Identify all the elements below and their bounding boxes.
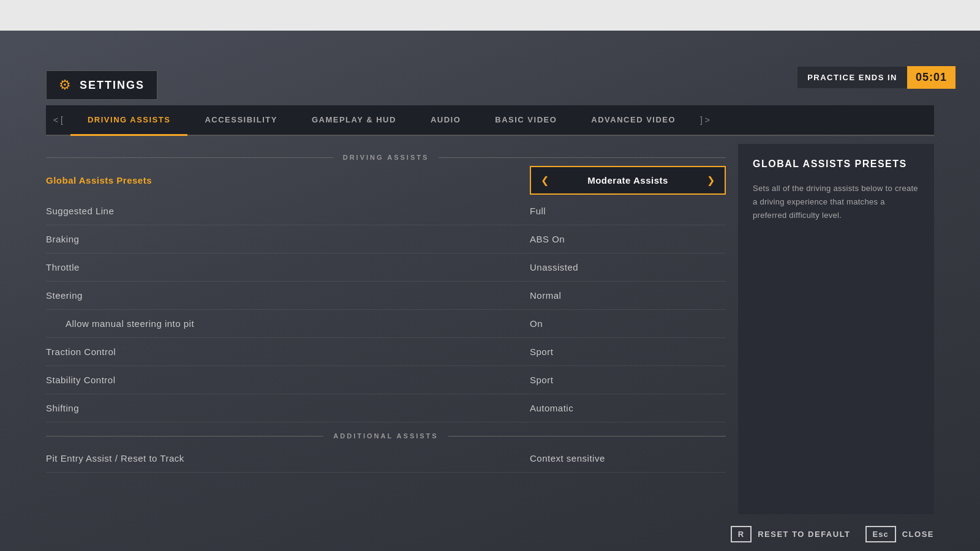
row-shifting[interactable]: ShiftingAutomatic [46,394,726,422]
row-label-shifting: Shifting [46,403,530,413]
row-value-allow-manual-steering: On [530,318,726,329]
row-value-traction-control: Sport [530,347,726,357]
row-value-stability-control: Sport [530,375,726,385]
tab-gameplay-hud[interactable]: GAMEPLAY & HUD [295,105,413,135]
row-stability-control[interactable]: Stability ControlSport [46,366,726,394]
preset-arrow-left[interactable]: ❮ [541,174,549,186]
reset-to-default-action[interactable]: R Reset To Default [731,526,851,542]
description-title: GLOBAL ASSISTS PRESETS [753,159,919,170]
top-bar [0,0,980,31]
tab-advanced-video[interactable]: ADVANCED VIDEO [574,105,693,135]
row-value-shifting: Automatic [530,403,726,413]
main-area: PRACTICE ENDS IN 05:01 ⚙ SETTINGS < [ DR… [0,31,980,551]
close-key: Esc [865,526,896,542]
row-label-stability-control: Stability Control [46,375,530,385]
driving-assists-section-label: DRIVING ASSISTS [343,154,429,161]
row-pit-entry[interactable]: Pit Entry Assist / Reset to TrackContext… [46,444,726,473]
row-braking[interactable]: BrakingABS On [46,225,726,253]
gear-icon: ⚙ [59,77,71,93]
preset-arrow-right[interactable]: ❯ [707,174,715,186]
driving-assists-section-header: DRIVING ASSISTS [46,154,726,161]
tab-basic-video[interactable]: BASIC VIDEO [478,105,574,135]
section-line-left [46,157,333,158]
tab-nav-next[interactable]: ] > [693,105,717,135]
tab-nav-prev[interactable]: < [ [46,105,70,135]
row-value-suggested-line: Full [530,206,726,216]
tab-accessibility[interactable]: ACCESSIBILITY [187,105,294,135]
settings-header: ⚙ SETTINGS [46,70,157,100]
practice-timer: 05:01 [907,66,956,89]
row-value-throttle: Unassisted [530,262,726,272]
global-assists-presets-row[interactable]: Global Assists Presets ❮ Moderate Assist… [46,166,726,195]
practice-label: PRACTICE ENDS IN [797,67,907,88]
reset-label: Reset To Default [758,530,850,539]
additional-rows-container: Pit Entry Assist / Reset to TrackContext… [46,444,726,473]
section-line-add-right [448,436,726,437]
row-label-braking: Braking [46,234,530,244]
content-area: DRIVING ASSISTS Global Assists Presets ❮… [46,144,934,514]
preset-selector[interactable]: ❮ Moderate Assists ❯ [530,166,726,195]
row-value-pit-entry: Context sensitive [530,453,726,463]
close-action[interactable]: Esc Close [865,526,934,542]
row-label-traction-control: Traction Control [46,347,530,357]
practice-badge: PRACTICE ENDS IN 05:01 [797,66,956,89]
preset-value: Moderate Assists [555,175,701,186]
row-label-allow-manual-steering: Allow manual steering into pit [46,318,530,329]
row-value-braking: ABS On [530,234,726,244]
preset-row-label: Global Assists Presets [46,167,530,194]
additional-assists-section-label: ADDITIONAL ASSISTS [333,432,438,440]
description-panel: GLOBAL ASSISTS PRESETS Sets all of the d… [738,144,934,514]
description-text: Sets all of the driving assists below to… [753,182,919,222]
tab-bar: < [ DRIVING ASSISTS ACCESSIBILITY GAMEPL… [46,105,934,136]
bottom-bar: R Reset To Default Esc Close [46,517,934,551]
tab-driving-assists[interactable]: DRIVING ASSISTS [70,105,187,136]
row-suggested-line[interactable]: Suggested LineFull [46,197,726,225]
reset-key: R [731,526,752,542]
assist-rows-container: Suggested LineFullBrakingABS OnThrottleU… [46,197,726,422]
close-label: Close [902,530,934,539]
row-label-suggested-line: Suggested Line [46,206,530,216]
tab-audio[interactable]: AUDIO [413,105,478,135]
row-traction-control[interactable]: Traction ControlSport [46,338,726,366]
row-throttle[interactable]: ThrottleUnassisted [46,253,726,282]
row-value-steering: Normal [530,290,726,301]
row-label-throttle: Throttle [46,262,530,272]
row-label-steering: Steering [46,290,530,301]
row-allow-manual-steering[interactable]: Allow manual steering into pitOn [46,310,726,338]
row-label-pit-entry: Pit Entry Assist / Reset to Track [46,453,530,463]
settings-title: SETTINGS [80,79,145,92]
section-line-right [439,157,726,158]
section-line-add-left [46,436,323,437]
additional-assists-section-header: ADDITIONAL ASSISTS [46,432,726,440]
settings-panel: DRIVING ASSISTS Global Assists Presets ❮… [46,144,726,514]
row-steering[interactable]: SteeringNormal [46,282,726,310]
